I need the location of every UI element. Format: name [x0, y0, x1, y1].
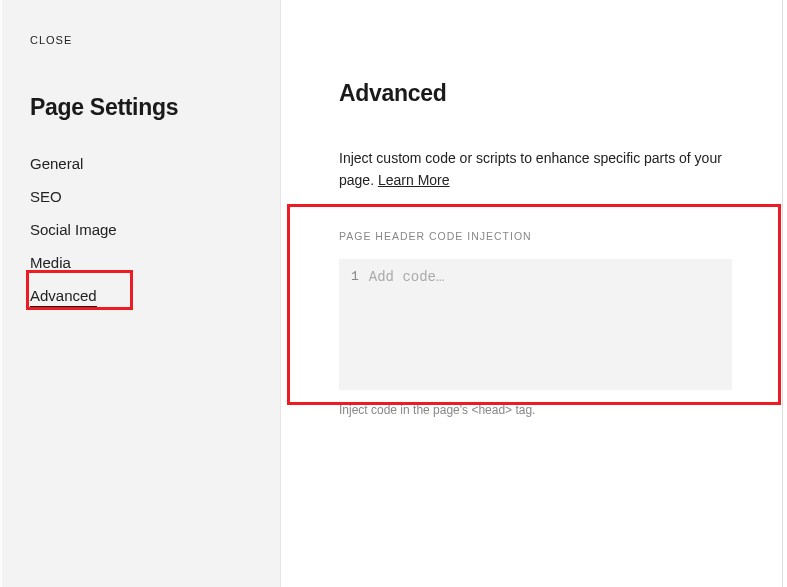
sidebar-item-seo[interactable]: SEO — [30, 188, 62, 205]
learn-more-link[interactable]: Learn More — [378, 172, 450, 188]
sidebar: CLOSE Page Settings General SEO Social I… — [0, 0, 281, 587]
code-editor[interactable]: 1 Add code… — [339, 259, 732, 390]
sidebar-item-general[interactable]: General — [30, 155, 83, 172]
main-panel: Advanced Inject custom code or scripts t… — [281, 0, 787, 587]
helper-text: Inject code in the page's <head> tag. — [339, 403, 753, 417]
main-description: Inject custom code or scripts to enhance… — [339, 147, 753, 192]
section-label: PAGE HEADER CODE INJECTION — [339, 230, 753, 242]
sidebar-title: Page Settings — [30, 94, 280, 121]
sidebar-item-advanced[interactable]: Advanced — [30, 287, 97, 307]
code-placeholder: Add code… — [369, 269, 445, 285]
line-number: 1 — [351, 269, 359, 284]
close-button[interactable]: CLOSE — [30, 34, 280, 46]
sidebar-item-media[interactable]: Media — [30, 254, 71, 271]
main-title: Advanced — [339, 80, 753, 107]
sidebar-item-social-image[interactable]: Social Image — [30, 221, 117, 238]
